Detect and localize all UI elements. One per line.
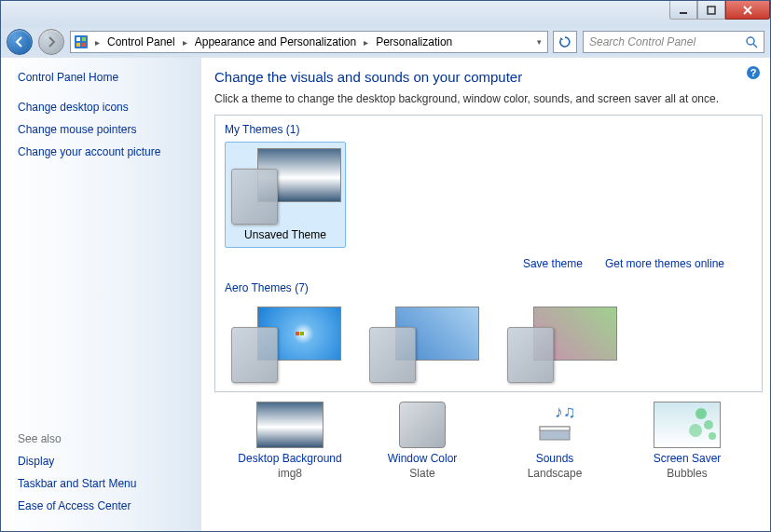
theme-aero-1[interactable] [225,300,346,392]
forward-button[interactable] [38,29,64,55]
control-panel-icon [71,34,91,49]
svg-rect-0 [680,12,687,14]
settings-row: Desktop Background img8 Window Color Sla… [214,392,763,480]
svg-text:?: ? [750,67,757,78]
aero-themes-label: Aero Themes (7) [225,281,752,294]
theme-unsaved[interactable]: Unsaved Theme [225,142,346,248]
main-content: ? Change the visuals and sounds on your … [201,58,770,531]
ease-of-access-link[interactable]: Ease of Access Center [18,499,190,512]
page-title: Change the visuals and sounds on your co… [214,69,763,85]
svg-rect-1 [708,7,715,14]
breadcrumb-appearance[interactable]: Appearance and Personalization [191,32,360,52]
search-icon [745,35,758,48]
minimize-button[interactable] [669,1,697,20]
change-mouse-pointers-link[interactable]: Change mouse pointers [18,123,190,136]
svg-point-14 [695,408,707,419]
theme-thumbnail [231,148,341,225]
svg-rect-5 [76,43,80,47]
display-link[interactable]: Display [18,455,190,468]
svg-rect-6 [82,43,86,47]
sidebar: Control Panel Home Change desktop icons … [1,58,201,531]
close-button[interactable] [725,1,770,20]
window-color-setting[interactable]: Window Color Slate [362,402,483,480]
refresh-button[interactable] [553,31,577,53]
svg-rect-4 [82,37,86,41]
svg-point-15 [704,420,713,430]
search-input[interactable]: Search Control Panel [583,31,764,53]
screen-saver-setting[interactable]: Screen Saver Bubbles [626,402,748,480]
back-button[interactable] [7,29,33,55]
control-panel-home-link[interactable]: Control Panel Home [18,71,190,84]
svg-line-8 [753,44,757,48]
help-icon[interactable]: ? [746,65,761,80]
change-desktop-icons-link[interactable]: Change desktop icons [18,101,190,114]
screen-saver-thumb [654,402,721,448]
svg-point-17 [709,432,716,440]
address-dropdown-icon[interactable]: ▾ [531,37,547,47]
taskbar-start-menu-link[interactable]: Taskbar and Start Menu [18,477,190,490]
svg-rect-3 [76,37,80,41]
breadcrumb-separator-icon[interactable]: ▸ [91,37,103,48]
nav-bar: ▸ Control Panel ▸ Appearance and Persona… [1,27,770,57]
search-placeholder: Search Control Panel [589,35,745,48]
change-account-picture-link[interactable]: Change your account picture [18,145,190,158]
sounds-setting[interactable]: ♪♫ Sounds Landscape [494,402,615,480]
theme-aero-2[interactable] [363,300,484,392]
breadcrumb-personalization[interactable]: Personalization [372,32,456,52]
window-color-thumb [399,402,446,448]
desktop-background-thumb [256,402,324,448]
svg-point-16 [689,424,702,437]
breadcrumb-control-panel[interactable]: Control Panel [103,32,179,52]
breadcrumb-separator-icon[interactable]: ▸ [179,37,191,48]
sounds-icon: ♪♫ [521,402,588,448]
my-themes-label: My Themes (1) [225,123,752,136]
maximize-button[interactable] [697,1,725,20]
themes-pane[interactable]: My Themes (1) Unsaved Theme Save theme G… [214,115,763,392]
see-also-label: See also [18,432,190,445]
svg-point-7 [747,37,754,45]
page-subtext: Click a theme to change the desktop back… [214,92,763,105]
breadcrumb-separator-icon[interactable]: ▸ [360,37,372,48]
control-panel-window: ▸ Control Panel ▸ Appearance and Persona… [0,0,771,532]
svg-rect-13 [540,427,570,430]
desktop-background-setting[interactable]: Desktop Background img8 [229,402,351,480]
theme-aero-3[interactable] [501,300,622,392]
svg-text:♪♫: ♪♫ [555,402,576,421]
save-theme-link[interactable]: Save theme [523,257,583,270]
get-more-themes-link[interactable]: Get more themes online [605,257,724,270]
titlebar [1,1,770,27]
theme-label: Unsaved Theme [231,228,339,241]
address-bar[interactable]: ▸ Control Panel ▸ Appearance and Persona… [70,31,548,53]
